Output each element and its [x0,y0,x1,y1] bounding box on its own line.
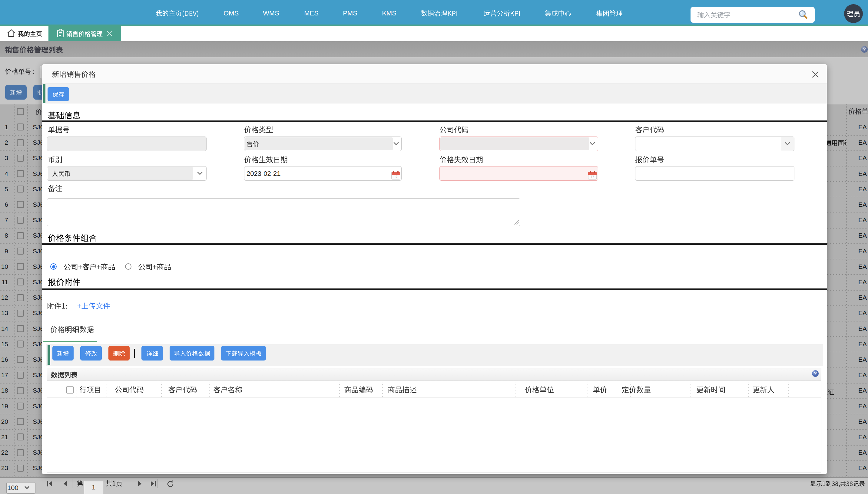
svg-text:?: ? [863,46,866,52]
svg-text:17: 17 [394,175,398,178]
svg-text:17: 17 [591,175,594,178]
svg-text:?: ? [814,371,817,377]
